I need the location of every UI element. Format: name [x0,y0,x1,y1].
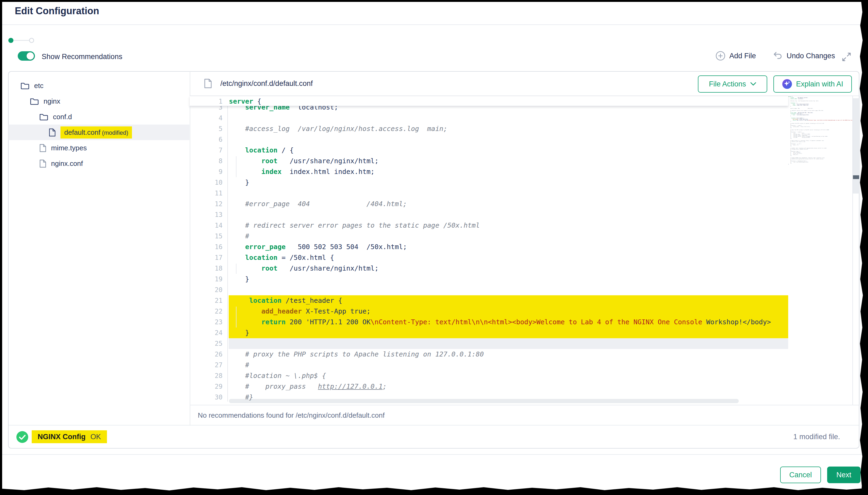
tree-item-label: etc [34,82,44,90]
code-line-18[interactable]: 18 root /usr/share/nginx/html; [190,263,788,274]
code-lines: 3 server_name localhost;45 #access_log /… [190,102,788,403]
modified-suffix: (modified) [100,130,128,136]
page-title: Edit Configuration [15,5,99,17]
minimap-content: server { listen 80 default_server; serve… [788,96,852,165]
step-connector [13,40,29,41]
tree-item-etc[interactable]: etc [8,78,190,93]
code-line-1-sticky[interactable]: 1server { [190,96,788,106]
explain-ai-label: Explain with AI [796,80,843,88]
code-line-25[interactable]: 25 [190,338,788,349]
file-icon [49,128,55,137]
tree-item-nginx.conf[interactable]: nginx.conf [8,156,190,171]
tree-item-label: nginx [44,97,60,105]
show-recommendations-label: Show Recommendations [42,53,122,61]
code-line-23[interactable]: 23 return 200 'HTTP/1.1 200 OK\nContent-… [190,317,788,327]
expand-button[interactable] [841,52,852,63]
file-path: /etc/nginx/conf.d/default.conf [220,80,313,88]
code-line-6[interactable]: 6 [190,134,788,145]
ai-sparkle-icon [782,79,792,89]
stepper [8,38,34,43]
norec-divider-top [190,405,859,405]
line-number: 18 [190,263,223,274]
file-icon [39,159,46,168]
line-number: 28 [190,371,223,381]
line-number: 14 [190,220,223,231]
plus-circle-icon [715,51,725,61]
horizontal-scrollbar[interactable] [229,399,739,403]
chevron-down-icon [750,82,756,86]
file-icon [204,79,212,88]
line-number: 16 [190,242,223,252]
code-line-5[interactable]: 5 #access_log /var/log/nginx/host.access… [190,123,788,134]
line-number: 25 [190,338,223,349]
code-line-21[interactable]: 21 location /test_header { [190,295,788,306]
code-line-29[interactable]: 29 # proxy_pass http://127.0.0.1; [190,381,788,392]
line-number: 29 [190,381,223,392]
line-number: 13 [190,209,223,220]
code-line-11[interactable]: 11 [190,188,788,199]
code-line-16[interactable]: 16 error_page 500 502 503 504 /50x.html; [190,242,788,252]
undo-changes-button[interactable]: Undo Changes [772,51,835,61]
torn-edge-bottom [0,486,868,495]
code-line-1[interactable]: 1server { [190,96,788,107]
line-number: 21 [190,295,223,306]
folder-icon [39,113,48,121]
line-number: 11 [190,188,223,199]
tree-item-default.conf[interactable]: default.conf (modified) [8,124,190,140]
file-actions-label: File Actions [709,80,746,88]
nginx-config-label: NGINX Config [38,433,85,441]
explain-with-ai-button[interactable]: Explain with AI [773,75,852,92]
line-number: 12 [190,199,223,209]
edit-configuration-modal: Edit Configuration Show Recommendations … [0,0,868,495]
show-recommendations-toggle[interactable] [18,51,35,61]
undo-icon [772,51,783,61]
minimap[interactable]: server { listen 80 default_server; serve… [788,96,852,404]
line-number: 17 [190,252,223,263]
config-check [16,431,29,444]
line-number: 20 [190,285,223,295]
cancel-button[interactable]: Cancel [780,466,821,483]
torn-edge-right [859,0,868,495]
line-number: 4 [190,113,223,123]
scrollbar-shade [853,98,859,193]
vertical-scrollbar[interactable] [852,96,860,405]
footer-divider [0,454,868,455]
code-line-20[interactable]: 20 [190,285,788,295]
code-line-4[interactable]: 4 [190,113,788,123]
file-actions-button[interactable]: File Actions [698,75,767,92]
code-line-9[interactable]: 9 index index.html index.htm; [190,167,788,177]
code-line-7[interactable]: 7 location / { [190,145,788,156]
line-number: 5 [190,123,223,134]
nginx-config-status: OK [90,433,101,441]
next-button[interactable]: Next [827,466,861,483]
code-line-15[interactable]: 15 # [190,231,788,242]
add-file-button[interactable]: Add File [715,51,756,61]
file-path-header: /etc/nginx/conf.d/default.conf [204,79,313,88]
code-line-13[interactable]: 13 [190,209,788,220]
line-number: 6 [190,134,223,145]
code-line-24[interactable]: 24 } [190,327,788,338]
code-line-27[interactable]: 27 # [190,360,788,371]
code-line-22[interactable]: 22 add_header X-Test-App true; [190,306,788,317]
line-number: 10 [190,177,223,188]
line-number: 8 [190,156,223,167]
scrollbar-thumb[interactable] [853,175,859,179]
code-line-14[interactable]: 14 # redirect server error pages to the … [190,220,788,231]
line-number: 30 [190,392,223,403]
tree-item-conf.d[interactable]: conf.d [8,109,190,124]
code-line-17[interactable]: 17 location = /50x.html { [190,252,788,263]
code-line-8[interactable]: 8 root /usr/share/nginx/html; [190,156,788,167]
expand-icon [841,52,852,62]
code-line-26[interactable]: 26 # proxy the PHP scripts to Apache lis… [190,349,788,360]
code-line-19[interactable]: 19 } [190,274,788,285]
code-line-28[interactable]: 28 #location ~ \.php$ { [190,371,788,381]
code-line-12[interactable]: 12 #error_page 404 /404.html; [190,199,788,209]
tree-item-nginx[interactable]: nginx [8,93,190,109]
code-editor[interactable]: 3 server_name localhost;45 #access_log /… [190,96,788,405]
tree-item-mime.types[interactable]: mime.types [8,140,190,156]
next-label: Next [836,471,851,479]
step-2-dot[interactable] [29,38,34,43]
step-1-dot[interactable] [8,38,13,43]
cancel-label: Cancel [789,471,812,479]
code-line-10[interactable]: 10 } [190,177,788,188]
